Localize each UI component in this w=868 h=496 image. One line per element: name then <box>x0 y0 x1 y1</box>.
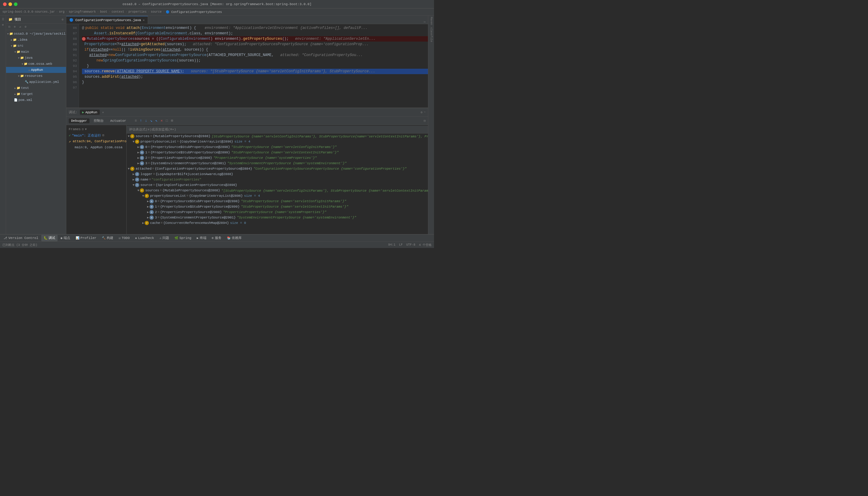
stack-item-thread[interactable]: ✓ "main": 正在运行 ⊟ <box>66 132 126 138</box>
var-propertysourcelist-2[interactable]: ▼ f propertySourceList = {CopyOnWriteArr… <box>127 193 428 199</box>
tree-item-src[interactable]: ▼ 📁 src <box>6 43 66 49</box>
panel-header-icon-gear[interactable]: ⚙ <box>62 18 64 21</box>
window-controls <box>3 2 17 6</box>
code-content[interactable]: @ public static void attach (Environment… <box>79 24 428 108</box>
btab-build[interactable]: 🔨 构建 <box>99 235 116 242</box>
var-name[interactable]: ▶ f name = "configurationProperties" <box>127 177 428 182</box>
stack-item-attach[interactable]: ↗ attach:94, ConfigurationPro... <box>66 138 126 144</box>
btab-spring[interactable]: 🌿 Spring <box>172 235 194 242</box>
lt-icon-2[interactable]: ⊞ <box>1 22 5 27</box>
rs-classfile-label[interactable]: classfile <box>429 26 433 43</box>
var-item-3-2[interactable]: ▶ ≡ 3 = {SystemEnvironmentPropertySource… <box>127 215 428 220</box>
breadcrumb-item-5[interactable]: properties <box>128 10 146 14</box>
tree-item-pom[interactable]: 📄 pom.xml <box>6 97 66 103</box>
var-item-2-2[interactable]: ▶ ≡ 2 = {PropertiesPropertySource@2900} … <box>127 210 428 215</box>
debug-minimize-icon[interactable]: − <box>424 111 425 114</box>
tab-debugger[interactable]: Debugger <box>69 119 90 123</box>
filter-icon[interactable]: ⊟ <box>82 127 84 131</box>
threads-dropdown[interactable]: ▼ <box>85 128 87 131</box>
btab-deps-label: 依赖库 <box>232 236 242 240</box>
debug-close-tab[interactable]: ✕ <box>102 111 104 114</box>
debug-icon-up[interactable]: ↑ <box>139 118 142 124</box>
var-expand-sources[interactable]: ▼ <box>128 135 129 138</box>
eval-bar-label: 评估表达式(≡)或添加监视(⌘+) <box>129 127 176 132</box>
code-line-97 <box>82 85 428 90</box>
tree-item-idea[interactable]: ▶ 📁 .idea <box>6 37 66 43</box>
lt-icon-1[interactable]: ☰ <box>1 17 5 22</box>
debug-tab-apprun[interactable]: ▶ AppRun <box>80 110 100 115</box>
btab-version-control[interactable]: ⎇ Version Control <box>1 235 41 242</box>
var-item-0-2[interactable]: ▶ ≡ 0 = {PropertySource$StubPropertySour… <box>127 199 428 204</box>
filter-dropdown[interactable]: ⊟ <box>102 134 104 137</box>
eval-bar[interactable]: 评估表达式(≡)或添加监视(⌘+) <box>127 126 428 134</box>
debug-icon-down2[interactable]: ↘ <box>150 118 153 124</box>
var-propertysourcelist-1[interactable]: ▼ f propertySourceList = {CopyOnWriteArr… <box>127 139 428 144</box>
close-button[interactable] <box>3 2 6 6</box>
tree-item-apprun[interactable]: ☕ AppRun <box>6 67 66 73</box>
btab-todo[interactable]: ☑ TODO <box>117 235 132 242</box>
toolbar-icon-locate[interactable]: ⊕ <box>13 25 17 29</box>
maximize-button[interactable] <box>14 2 17 6</box>
btab-debug[interactable]: 🐛 调试 <box>41 235 58 242</box>
tree-item-main[interactable]: ▼ 📁 main <box>6 49 66 55</box>
breadcrumb-item-4[interactable]: context <box>111 10 124 14</box>
status-lf: LF <box>399 243 403 247</box>
btab-endpoints[interactable]: ◉ 端点 <box>58 235 73 242</box>
stack-item-main[interactable]: main:9, AppRun (com.ossa <box>66 144 126 150</box>
var-attached[interactable]: ▼ f attached = {ConfigurationPropertySou… <box>127 166 428 171</box>
toolbar-icon-settings[interactable]: ⚙ <box>24 25 28 29</box>
var-item-0-1[interactable]: ▶ ≡ 0 = {PropertySource$StubPropertySour… <box>127 144 428 150</box>
status-position: 94:1 <box>388 243 396 247</box>
tree-item-comossaweb[interactable]: ▼ 📁 com.ossa.web <box>6 61 66 67</box>
tree-item-java[interactable]: ▼ 📁 java <box>6 55 66 61</box>
tree-item-resources[interactable]: ▼ 📁 resources <box>6 73 66 79</box>
tree-item-root[interactable]: ▼ 📁 ossa3.0 ~/java/java/seckill-rec <box>6 31 66 37</box>
toolbar-icon-collapse[interactable]: ⊟ <box>7 25 12 29</box>
debug-icon-list[interactable]: ≡ <box>134 118 137 124</box>
tree-item-test[interactable]: ▶ 📁 test <box>6 85 66 91</box>
debug-icon-box[interactable]: □ <box>165 118 169 124</box>
var-item-2-1[interactable]: ▶ ≡ 2 = {PropertiesPropertySource@2900} … <box>127 155 428 160</box>
debug-layout-icon[interactable]: ⊟ <box>424 119 425 123</box>
tab-actuator[interactable]: Actuator <box>108 119 129 123</box>
btab-deps[interactable]: 📚 依赖库 <box>224 235 244 242</box>
var-logger[interactable]: ▶ f logger = {LogAdapter$Slf4jLocationAw… <box>127 171 428 177</box>
code-line-88: MutablePropertySources sources = ((Confi… <box>82 36 428 42</box>
btab-profiler[interactable]: 📊 Profiler <box>73 235 99 242</box>
btab-terminal[interactable]: ▶ 终端 <box>195 235 209 242</box>
breadcrumb-item-3[interactable]: boot <box>100 10 107 14</box>
tab-console[interactable]: 控制台 <box>91 118 106 124</box>
btab-issues[interactable]: ⚠ 问题 <box>157 235 171 242</box>
line-numbers: 86 87 88 89 90 91 92 93 94 95 96 97 <box>66 24 79 108</box>
tree-item-target[interactable]: ▶ 📁 target <box>6 91 66 97</box>
rs-maven-label[interactable]: Maven <box>429 16 433 26</box>
toolbar-icon-refresh[interactable]: ↺ <box>18 25 22 29</box>
var-icon-source: f <box>135 183 139 187</box>
btab-debug-icon: 🐛 <box>44 236 47 240</box>
breadcrumb-item-1[interactable]: org <box>59 10 64 14</box>
debug-settings-icon[interactable]: ⚙ <box>421 111 422 114</box>
debug-icon-stop[interactable]: ✕ <box>160 118 164 124</box>
var-sources[interactable]: ▼ f sources = {MutablePropertySources@28… <box>127 134 428 139</box>
var-item-1-1[interactable]: ▶ ≡ 1 = {PropertySource$StubPropertySour… <box>127 150 428 155</box>
var-sources-nested[interactable]: ▼ f sources = {MutablePropertySources@28… <box>127 188 428 193</box>
debug-icon-down[interactable]: ↓ <box>144 118 148 124</box>
var-source[interactable]: ▼ f source = {SpringConfigurationPropert… <box>127 182 428 188</box>
editor-tab-main[interactable]: 🔵 ConfigurationPropertySources.java ✕ <box>66 16 148 24</box>
btab-profiler-icon: 📊 <box>76 236 79 240</box>
btab-services[interactable]: ⚙ 服务 <box>210 235 224 242</box>
tab-close-icon[interactable]: ✕ <box>143 18 145 22</box>
var-cache[interactable]: ▶ f cache = {ConcurrentReferenceHashMap@… <box>127 220 428 226</box>
btab-luacheck[interactable]: ◈ LuaCheck <box>133 235 156 242</box>
editor-more-icon[interactable]: ⋯ <box>423 20 425 24</box>
breadcrumb-item-2[interactable]: springframework <box>69 10 96 14</box>
breadcrumb-item-6[interactable]: source <box>151 10 161 14</box>
minimize-button[interactable] <box>9 2 12 6</box>
breadcrumb-item-0[interactable]: spring-boot-3.0.0-sources.jar <box>2 10 55 14</box>
debug-icon-grid[interactable]: ⊞ <box>170 118 174 124</box>
var-item-1-2[interactable]: ▶ ≡ 1 = {PropertySource$StubPropertySour… <box>127 204 428 210</box>
var-icon-3-2: ≡ <box>150 215 154 220</box>
var-item-3-1[interactable]: ▶ ≡ 3 = {SystemEnvironmentPropertySource… <box>127 160 428 166</box>
debug-icon-up2[interactable]: ↖ <box>155 118 158 124</box>
tree-item-appyml[interactable]: 🔧 application.yml <box>6 79 66 85</box>
